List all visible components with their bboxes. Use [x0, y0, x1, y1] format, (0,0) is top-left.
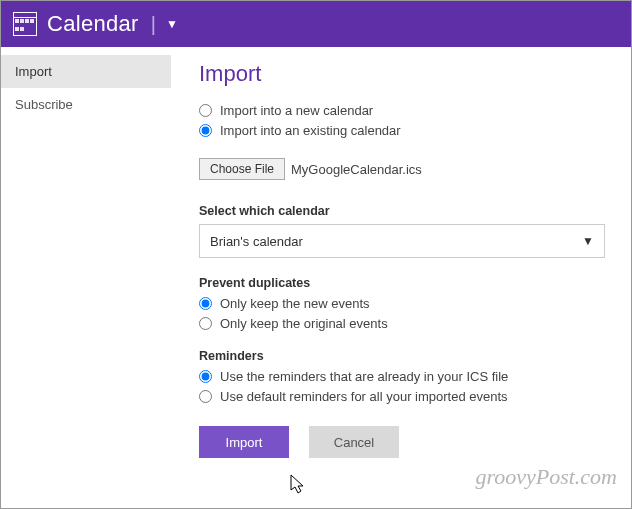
chevron-down-icon: ▼ [582, 234, 594, 248]
sidebar-item-label: Subscribe [15, 97, 73, 112]
sidebar-item-subscribe[interactable]: Subscribe [1, 88, 171, 121]
cancel-button[interactable]: Cancel [309, 426, 399, 458]
import-mode-option-new[interactable]: Import into a new calendar [199, 103, 605, 118]
main-panel: Import Import into a new calendar Import… [171, 47, 631, 508]
dup-option-original[interactable]: Only keep the original events [199, 316, 605, 331]
radio-reminders-default[interactable] [199, 390, 212, 403]
choose-file-button[interactable]: Choose File [199, 158, 285, 180]
radio-new-calendar[interactable] [199, 104, 212, 117]
select-calendar-label: Select which calendar [199, 204, 605, 218]
radio-label: Import into an existing calendar [220, 123, 401, 138]
reminders-option-default[interactable]: Use default reminders for all your impor… [199, 389, 605, 404]
calendar-select-value: Brian's calendar [210, 234, 303, 249]
reminders-option-ics[interactable]: Use the reminders that are already in yo… [199, 369, 605, 384]
sidebar-item-import[interactable]: Import [1, 55, 171, 88]
sidebar-item-label: Import [15, 64, 52, 79]
radio-label: Import into a new calendar [220, 103, 373, 118]
radio-label: Use the reminders that are already in yo… [220, 369, 508, 384]
radio-existing-calendar[interactable] [199, 124, 212, 137]
dup-option-new[interactable]: Only keep the new events [199, 296, 605, 311]
import-mode-option-existing[interactable]: Import into an existing calendar [199, 123, 605, 138]
app-title: Calendar [47, 11, 139, 37]
page-heading: Import [199, 61, 605, 87]
radio-label: Only keep the original events [220, 316, 388, 331]
radio-keep-original[interactable] [199, 317, 212, 330]
radio-reminders-ics[interactable] [199, 370, 212, 383]
sidebar: Import Subscribe [1, 47, 171, 508]
content-area: Import Subscribe Import Import into a ne… [1, 47, 631, 508]
dropdown-chevron-icon[interactable]: ▼ [166, 17, 178, 31]
app-header: Calendar | ▼ [1, 1, 631, 47]
radio-label: Only keep the new events [220, 296, 370, 311]
import-button[interactable]: Import [199, 426, 289, 458]
chosen-file-name: MyGoogleCalendar.ics [291, 162, 422, 177]
reminders-label: Reminders [199, 349, 605, 363]
calendar-select[interactable]: Brian's calendar ▼ [199, 224, 605, 258]
file-chooser-row: Choose File MyGoogleCalendar.ics [199, 158, 605, 180]
radio-label: Use default reminders for all your impor… [220, 389, 508, 404]
prevent-duplicates-label: Prevent duplicates [199, 276, 605, 290]
button-row: Import Cancel [199, 426, 605, 458]
radio-keep-new[interactable] [199, 297, 212, 310]
calendar-icon [13, 12, 37, 36]
header-divider: | [151, 13, 156, 36]
